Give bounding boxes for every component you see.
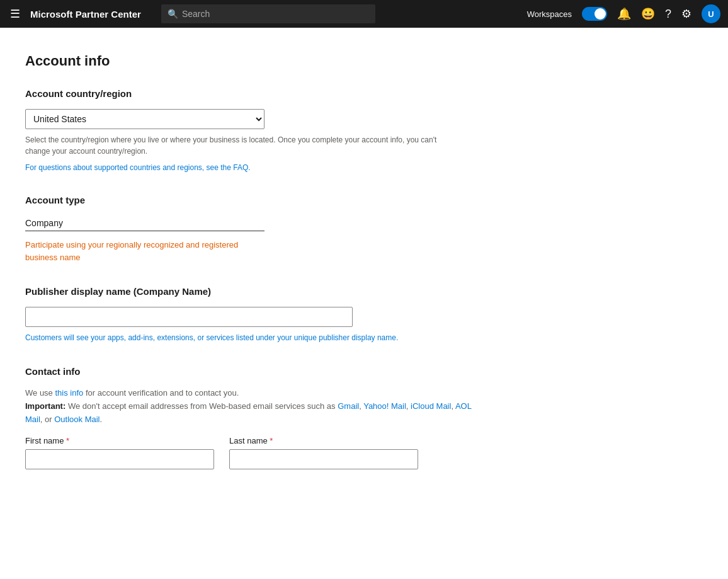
country-select[interactable]: United States United Kingdom Canada Germ… [25,109,264,129]
search-input[interactable] [182,9,369,19]
contact-info-note: We use this info for account verificatio… [25,387,479,426]
search-bar[interactable]: 🔍 [161,4,375,23]
first-name-label: First name * [25,436,214,445]
first-name-group: First name * [25,436,214,469]
contact-info-section: Contact info We use this info for accoun… [25,366,479,469]
main-content: Account info Account country/region Unit… [0,28,504,530]
last-name-input[interactable] [229,449,418,469]
first-name-input[interactable] [25,449,214,469]
menu-icon[interactable]: ☰ [8,4,23,23]
top-navigation: ☰ Microsoft Partner Center 🔍 Workspaces … [0,0,728,28]
account-country-section: Account country/region United States Uni… [25,88,479,172]
account-type-input[interactable] [25,215,264,231]
faq-link[interactable]: For questions about supported countries … [25,163,479,172]
settings-icon[interactable]: ⚙ [681,7,691,21]
last-name-required: * [270,436,273,445]
account-type-title: Account type [25,195,479,205]
last-name-group: Last name * [229,436,418,469]
name-row: First name * Last name * [25,436,479,469]
outlook-link[interactable]: Outlook Mail [54,415,100,424]
yahoo-link[interactable]: Yahoo! Mail [363,401,406,411]
contact-info-link[interactable]: this info [55,388,83,398]
icloud-link[interactable]: iCloud Mail [411,401,451,411]
publisher-helper-text: Customers will see your apps, add-ins, e… [25,332,453,343]
contact-info-title: Contact info [25,366,479,377]
last-name-label: Last name * [229,436,418,445]
avatar[interactable]: U [702,4,720,23]
app-title: Microsoft Partner Center [30,9,141,20]
workspaces-label: Workspaces [527,9,572,19]
publisher-display-name-input[interactable] [25,307,353,327]
nav-right-group: Workspaces 🔔 😀 ? ⚙ U [527,4,720,23]
search-icon: 🔍 [168,9,178,19]
workspaces-toggle[interactable] [582,7,607,21]
country-section-title: Account country/region [25,88,479,99]
notification-icon[interactable]: 🔔 [617,7,631,21]
country-helper-text: Select the country/region where you live… [25,134,453,157]
publisher-section: Publisher display name (Company Name) Cu… [25,286,479,343]
gmail-link[interactable]: Gmail [338,401,359,411]
publisher-section-title: Publisher display name (Company Name) [25,286,479,297]
first-name-required: * [66,436,69,445]
account-type-section: Account type Participate using your regi… [25,195,479,263]
feedback-icon[interactable]: 😀 [641,7,655,21]
account-type-description: Participate using your regionally recogn… [25,239,264,263]
page-title: Account info [25,53,479,69]
help-icon[interactable]: ? [665,8,671,21]
